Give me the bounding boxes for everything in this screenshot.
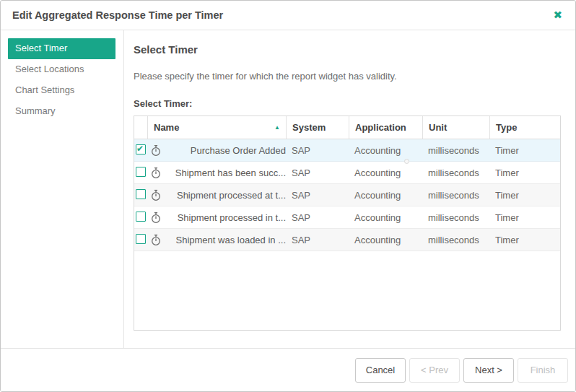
sidebar-item-summary[interactable]: Summary bbox=[8, 101, 115, 122]
row-checkbox[interactable] bbox=[136, 212, 146, 222]
timer-system: SAP bbox=[286, 167, 349, 178]
wizard-steps-sidebar: Select Timer Select Locations Chart Sett… bbox=[1, 30, 124, 348]
close-icon[interactable]: ✖ bbox=[550, 9, 565, 22]
timer-unit: milliseconds bbox=[422, 212, 489, 223]
step-description: Please specify the timer for which the r… bbox=[134, 71, 561, 82]
timer-type: Timer bbox=[489, 235, 560, 245]
timer-system: SAP bbox=[286, 212, 349, 223]
timer-application: Accounting bbox=[349, 190, 422, 201]
timer-application: Accounting bbox=[349, 235, 422, 245]
timer-application: Accounting bbox=[349, 212, 422, 223]
header-system[interactable]: System bbox=[286, 116, 349, 139]
timer-name: Shipment processed in t... bbox=[178, 212, 286, 223]
stopwatch-icon bbox=[150, 189, 162, 201]
next-button[interactable]: Next > bbox=[463, 358, 514, 383]
header-name[interactable]: Name ▲ bbox=[147, 116, 286, 139]
timer-name: Shipment was loaded in ... bbox=[176, 235, 286, 245]
sort-asc-icon: ▲ bbox=[274, 124, 280, 131]
stopwatch-icon bbox=[150, 212, 162, 224]
finish-button[interactable]: Finish bbox=[518, 358, 568, 383]
stopwatch-icon bbox=[150, 144, 162, 157]
step-content: Select Timer Please specify the timer fo… bbox=[124, 30, 576, 348]
table-header-row: Name ▲ System Application Unit Type bbox=[134, 116, 560, 139]
wizard-dialog: Edit Aggregated Response Time per Timer … bbox=[0, 0, 576, 392]
row-checkbox[interactable] bbox=[136, 167, 146, 177]
stopwatch-icon bbox=[150, 167, 162, 179]
timer-system: SAP bbox=[286, 190, 349, 201]
header-checkbox-column bbox=[134, 116, 147, 139]
row-checkbox[interactable] bbox=[136, 144, 146, 154]
row-checkbox[interactable] bbox=[136, 189, 146, 199]
timer-unit: milliseconds bbox=[422, 190, 489, 201]
table-row[interactable]: Purchase Order Added SAP Accounting mill… bbox=[134, 139, 560, 162]
timer-unit: milliseconds bbox=[422, 167, 489, 178]
timer-application: Accounting bbox=[349, 167, 422, 178]
table-row[interactable]: Shipment was loaded in ... SAP Accountin… bbox=[134, 229, 560, 251]
header-type[interactable]: Type bbox=[489, 116, 560, 139]
table-row[interactable]: Shipment has been succ... SAP Accounting… bbox=[134, 162, 560, 184]
timer-name: Shipment processed at t... bbox=[177, 190, 286, 201]
dialog-titlebar: Edit Aggregated Response Time per Timer … bbox=[1, 1, 575, 30]
stopwatch-icon bbox=[150, 234, 162, 246]
header-application[interactable]: Application bbox=[349, 116, 422, 139]
sidebar-item-select-locations[interactable]: Select Locations bbox=[8, 59, 115, 80]
dialog-title: Edit Aggregated Response Time per Timer bbox=[12, 9, 550, 21]
timer-type: Timer bbox=[489, 167, 560, 178]
timer-unit: milliseconds bbox=[422, 235, 489, 245]
sidebar-item-select-timer[interactable]: Select Timer bbox=[8, 38, 115, 59]
timer-name: Shipment has been succ... bbox=[175, 167, 286, 178]
timer-system: SAP bbox=[286, 235, 349, 245]
step-heading: Select Timer bbox=[134, 43, 561, 56]
cancel-button[interactable]: Cancel bbox=[355, 358, 406, 383]
timer-system: SAP bbox=[286, 145, 349, 156]
prev-button[interactable]: < Prev bbox=[409, 358, 460, 383]
sidebar-item-chart-settings[interactable]: Chart Settings bbox=[8, 80, 115, 101]
table-row[interactable]: Shipment processed at t... SAP Accountin… bbox=[134, 184, 560, 206]
timer-unit: milliseconds bbox=[422, 145, 489, 156]
header-unit[interactable]: Unit bbox=[422, 116, 489, 139]
timer-type: Timer bbox=[489, 212, 560, 223]
column-resize-dot bbox=[404, 159, 409, 164]
row-checkbox[interactable] bbox=[136, 234, 146, 244]
timer-application: Accounting bbox=[349, 145, 422, 156]
table-label: Select Timer: bbox=[134, 98, 561, 109]
timer-table: Name ▲ System Application Unit Type Purc… bbox=[134, 116, 561, 331]
table-row[interactable]: Shipment processed in t... SAP Accountin… bbox=[134, 206, 560, 229]
timer-name: Purchase Order Added bbox=[191, 145, 286, 156]
timer-type: Timer bbox=[489, 190, 560, 201]
timer-type: Timer bbox=[489, 145, 560, 156]
dialog-footer: Cancel < Prev Next > Finish bbox=[1, 348, 575, 391]
